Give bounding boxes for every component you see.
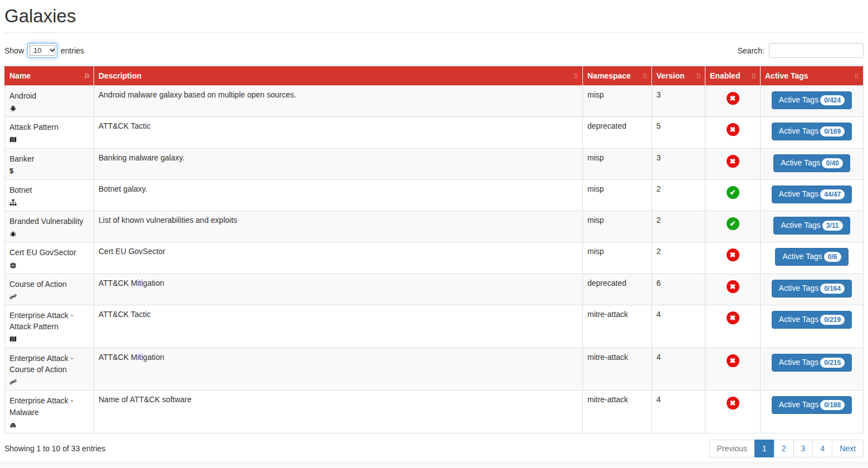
sort-icon — [641, 72, 649, 80]
galaxy-version: 2 — [652, 242, 705, 274]
galaxy-description: Botnet galaxy. — [94, 179, 583, 211]
active-tags-button[interactable]: Active Tags3/11 — [773, 217, 850, 235]
disabled-cross-icon[interactable]: ✖ — [727, 354, 739, 367]
disabled-cross-icon[interactable]: ✖ — [727, 123, 739, 136]
active-tags-count: 0/188 — [820, 400, 845, 410]
galaxy-name: Enterprise Attack - Malware — [9, 395, 89, 418]
pagination-1[interactable]: 1 — [754, 440, 774, 457]
pagination-previous[interactable]: Previous — [709, 440, 755, 457]
pagination-2[interactable]: 2 — [774, 440, 794, 457]
active-tags-label: Active Tags — [779, 315, 818, 324]
active-tags-label: Active Tags — [779, 95, 818, 104]
galaxy-namespace: deprecated — [583, 117, 652, 148]
disabled-cross-icon[interactable]: ✖ — [727, 248, 739, 261]
disabled-cross-icon[interactable]: ✖ — [727, 397, 739, 410]
active-tags-count: 44/47 — [820, 189, 845, 199]
disabled-cross-icon[interactable]: ✖ — [727, 311, 739, 324]
table-row: Enterprise Attack - Course of Action ATT… — [5, 348, 864, 391]
column-header-version[interactable]: Version — [652, 66, 705, 86]
active-tags-label: Active Tags — [779, 358, 818, 367]
map-icon — [9, 136, 17, 143]
pagination: Previous1234Next — [710, 440, 864, 457]
active-tags-button[interactable]: Active Tags0/424 — [772, 91, 852, 109]
galaxy-name: Banker — [9, 153, 89, 164]
galaxy-namespace: misp — [583, 211, 652, 242]
column-header-label: Name — [9, 71, 31, 80]
sort-icon — [750, 72, 757, 80]
active-tags-count: 0/6 — [824, 252, 841, 262]
pagination-next[interactable]: Next — [832, 440, 864, 457]
galaxy-name: Branded Vulnerability — [9, 216, 89, 227]
pagination-item: Previous — [709, 440, 755, 457]
galaxy-version: 5 — [652, 117, 705, 148]
column-header-name[interactable]: Name — [5, 66, 94, 86]
galaxy-namespace: misp — [583, 242, 652, 274]
title-divider — [4, 32, 864, 33]
table-row: Enterprise Attack - Malware Name of ATT&… — [5, 391, 864, 433]
table-row: Branded Vulnerability List of known vuln… — [5, 211, 864, 242]
column-header-active-tags[interactable]: Active Tags — [761, 66, 864, 86]
table-row: Android Android malware galaxy based on … — [5, 86, 864, 117]
link-icon — [9, 293, 17, 300]
pagination-item: Next — [832, 440, 864, 457]
active-tags-button[interactable]: Active Tags0/169 — [772, 123, 852, 140]
enabled-check-icon[interactable]: ✔ — [727, 186, 739, 199]
column-header-label: Description — [99, 71, 141, 80]
active-tags-button[interactable]: Active Tags0/219 — [772, 311, 852, 329]
site-footer-strip — [0, 462, 868, 467]
column-header-namespace[interactable]: Namespace — [583, 66, 652, 86]
table-row: Attack Pattern ATT&CK Tactic deprecated … — [5, 117, 864, 148]
galaxy-version: 6 — [652, 274, 705, 305]
sitemap-icon — [9, 199, 17, 206]
active-tags-count: 0/424 — [820, 95, 845, 105]
table-header: NameDescriptionNamespaceVersionEnabledAc… — [5, 66, 864, 86]
galaxies-page: Galaxies Show 10 entries Search: NameDes… — [0, 6, 868, 457]
galaxy-name: Attack Pattern — [9, 121, 89, 133]
active-tags-button[interactable]: Active Tags0/164 — [772, 280, 852, 298]
pagination-item: 1 — [754, 440, 774, 457]
pagination-4[interactable]: 4 — [812, 440, 832, 457]
active-tags-label: Active Tags — [779, 189, 818, 198]
galaxy-namespace: misp — [583, 86, 652, 117]
disabled-cross-icon[interactable]: ✖ — [727, 92, 739, 105]
active-tags-button[interactable]: Active Tags0/215 — [772, 354, 852, 372]
active-tags-label: Active Tags — [779, 126, 818, 135]
column-header-enabled[interactable]: Enabled — [705, 66, 761, 86]
active-tags-label: Active Tags — [779, 284, 818, 292]
column-header-description[interactable]: Description — [94, 66, 583, 86]
enabled-check-icon[interactable]: ✔ — [727, 217, 739, 230]
galaxy-description: List of known vulnerabilities and exploi… — [94, 211, 583, 242]
page-title: Galaxies — [4, 6, 864, 27]
galaxy-version: 4 — [652, 348, 705, 391]
disabled-cross-icon[interactable]: ✖ — [727, 280, 739, 293]
galaxy-namespace: mitre-attack — [583, 348, 652, 391]
galaxy-namespace: deprecated — [583, 274, 652, 305]
pagination-3[interactable]: 3 — [793, 440, 813, 457]
disabled-cross-icon[interactable]: ✖ — [727, 155, 739, 168]
column-header-label: Enabled — [710, 71, 740, 80]
page-length-control: Show 10 entries — [4, 43, 84, 58]
search-input[interactable] — [769, 43, 864, 58]
galaxies-table: NameDescriptionNamespaceVersionEnabledAc… — [4, 66, 864, 433]
galaxy-name: Cert EU GovSector — [9, 247, 89, 258]
sort-icon — [853, 72, 860, 80]
active-tags-button[interactable]: Active Tags0/188 — [772, 396, 852, 414]
search-label: Search: — [738, 46, 764, 55]
active-tags-button[interactable]: Active Tags44/47 — [772, 186, 852, 203]
active-tags-button[interactable]: Active Tags0/40 — [773, 154, 850, 172]
galaxy-version: 3 — [652, 148, 705, 179]
bug-icon — [9, 230, 17, 237]
active-tags-button[interactable]: Active Tags0/6 — [775, 248, 848, 266]
globe-icon — [9, 262, 17, 269]
monster-icon — [9, 421, 17, 428]
table-row: Course of Action ATT&CK Mitigation depre… — [5, 274, 864, 305]
sort-icon — [572, 72, 580, 80]
galaxy-description: Banking malware galaxy. — [94, 148, 583, 179]
galaxy-version: 4 — [652, 391, 705, 433]
table-row: Cert EU GovSector Cert EU GovSector misp… — [5, 242, 864, 274]
galaxy-namespace: mitre-attack — [583, 305, 652, 348]
page-length-select[interactable]: 10 — [27, 43, 57, 58]
active-tags-count: 0/40 — [822, 158, 842, 168]
table-row: Banker $ Banking malware galaxy. misp 3 … — [5, 148, 864, 179]
pagination-item: 2 — [774, 440, 794, 457]
